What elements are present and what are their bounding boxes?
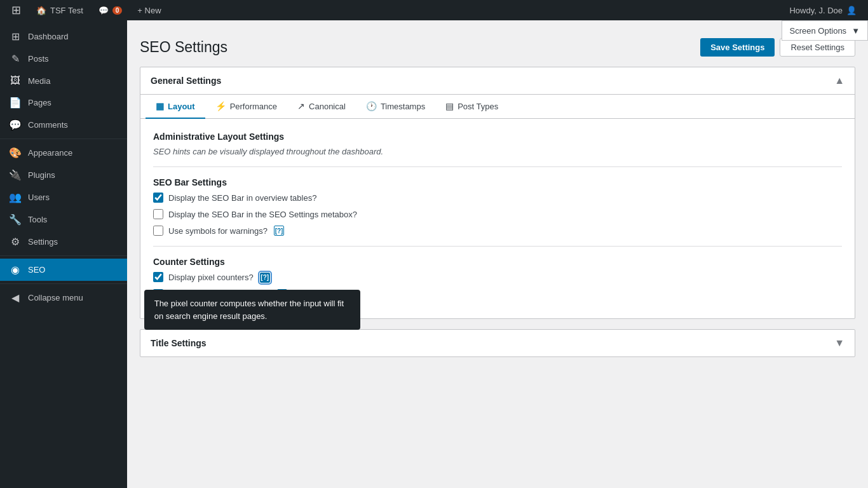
site-icon: 🏠 [36,6,46,15]
sidebar-item-dashboard[interactable]: ⊞ Dashboard [0,25,127,48]
media-icon: 🖼 [9,75,22,86]
comments-icon: 💬 [98,6,109,15]
sidebar-item-users[interactable]: 👥 Users [0,186,127,208]
checkbox-row-overview: Display the SEO Bar in overview tables? [153,193,842,203]
seo-icon: ◉ [9,264,22,276]
tab-performance[interactable]: ⚡ Performance [205,95,287,119]
page-title: SEO Settings [140,39,227,56]
checkbox-metabox[interactable] [153,209,163,219]
users-icon: 👥 [9,191,22,203]
new-label: + New [137,6,161,15]
sidebar-item-settings[interactable]: ⚙ Settings [0,231,127,253]
character-help-link[interactable]: [?] [277,289,287,299]
user-info[interactable]: Howdy, J. Doe 👤 [783,0,863,20]
plugins-icon: 🔌 [9,169,22,181]
appearance-icon: 🎨 [9,147,22,159]
sidebar-item-label: Media [28,76,50,86]
sidebar-item-media[interactable]: 🖼 Media [0,70,127,92]
sidebar-item-pages[interactable]: 📄 Pages [0,92,127,114]
checkbox-character[interactable] [153,289,163,299]
title-settings-header[interactable]: Title Settings ▼ [140,330,855,356]
menu-divider [0,139,127,139]
save-settings-button[interactable]: Save Settings [700,38,775,57]
sidebar-item-plugins[interactable]: 🔌 Plugins [0,164,127,186]
sidebar-item-label: Appearance [28,148,72,158]
checkbox-row-character: Display character counters? [?] [153,289,842,299]
tab-timestamps-label: Timestamps [381,102,425,111]
tools-icon: 🔧 [9,214,22,226]
checkbox-row-pixel: Display pixel counters? [?] The pixel co… [153,272,842,283]
tab-post-types[interactable]: ▤ Post Types [435,95,508,119]
checkbox-metabox-label: Display the SEO Bar in the SEO Settings … [168,210,357,219]
settings-icon: ⚙ [9,236,22,248]
sidebar-item-comments[interactable]: 💬 Comments [0,114,127,136]
tab-performance-label: Performance [230,102,277,111]
user-label: Howdy, J. Doe [789,6,843,15]
wp-logo-button[interactable]: ⊞ [5,0,27,20]
pixel-help-link[interactable]: [?] [260,273,270,283]
symbols-help-link[interactable]: [?] [274,226,284,236]
pixel-help-wrapper: [?] The pixel counter computes whether t… [259,272,270,283]
dashboard-icon: ⊞ [9,30,22,43]
new-content-button[interactable]: + New [131,0,167,20]
wp-logo-icon: ⊞ [11,3,21,17]
screen-options-button[interactable]: Screen Options ▼ [782,20,868,41]
performance-tab-icon: ⚡ [215,101,226,111]
checkbox-row-symbols: Use symbols for warnings? [?] [153,226,842,236]
sidebar-item-label: Comments [28,120,68,130]
tab-canonical[interactable]: ↗ Canonical [287,95,356,119]
sidebar-collapse-button[interactable]: ◀ Collapse menu [0,287,127,309]
checkbox-overview-label: Display the SEO Bar in overview tables? [168,193,316,203]
tab-layout-label: Layout [168,102,195,111]
page-header: SEO Settings Save Settings Reset Setting… [140,38,855,57]
canonical-tab-icon: ↗ [297,101,305,111]
seo-bar-title: SEO Bar Settings [153,177,842,187]
checkbox-symbols[interactable] [153,226,163,236]
admin-bar: ⊞ 🏠 TSF Test 💬 0 + New Howdy, J. Doe 👤 [0,0,868,20]
pages-icon: 📄 [9,97,22,109]
general-settings-box: General Settings ▲ ▦ Layout ⚡ Performanc… [140,67,855,319]
user-avatar-icon: 👤 [846,6,857,15]
checkbox-pixel-label: Display pixel counters? [168,273,254,282]
sidebar: ⊞ Dashboard ✎ Posts 🖼 Media 📄 Pages 💬 Co… [0,20,127,488]
sidebar-item-label: Dashboard [28,32,69,41]
page-actions: Save Settings Reset Settings [700,38,855,57]
sidebar-item-label: Users [28,193,50,202]
checkbox-pixel[interactable] [153,272,163,282]
sidebar-item-posts[interactable]: ✎ Posts [0,48,127,70]
sidebar-item-seo[interactable]: ◉ SEO [0,259,127,281]
site-name-button[interactable]: 🏠 TSF Test [30,0,90,20]
tab-layout[interactable]: ▦ Layout [146,95,205,119]
section-divider-1 [153,166,842,167]
layout-tab-icon: ▦ [156,101,164,111]
admin-layout-title: Administrative Layout Settings [153,132,842,142]
menu-divider-3 [0,283,127,284]
collapse-toggle-icon: ▲ [834,75,844,86]
admin-layout-desc: SEO hints can be visually displayed thro… [153,147,842,156]
comments-sidebar-icon: 💬 [9,119,22,131]
layout-tab-content: Administrative Layout Settings SEO hints… [140,119,855,318]
section-divider-2 [153,246,842,247]
sidebar-item-label: SEO [28,265,45,274]
sidebar-item-label: Settings [28,237,58,247]
posts-icon: ✎ [9,53,22,65]
general-settings-header[interactable]: General Settings ▲ [140,67,855,95]
sidebar-item-label: Pages [28,98,51,107]
general-settings-title: General Settings [151,76,221,86]
collapse-icon: ◀ [9,292,22,304]
counter-settings-title: Counter Settings [153,257,842,267]
sidebar-item-tools[interactable]: 🔧 Tools [0,208,127,231]
screen-options-chevron-icon: ▼ [851,26,860,36]
checkbox-row-metabox: Display the SEO Bar in the SEO Settings … [153,209,842,219]
sidebar-item-label: Posts [28,54,49,64]
settings-tabs: ▦ Layout ⚡ Performance ↗ Canonical 🕐 Tim… [140,95,855,119]
menu-divider-2 [0,255,127,256]
screen-options-label: Screen Options [790,26,847,36]
sidebar-item-appearance[interactable]: 🎨 Appearance [0,142,127,164]
reset-settings-button[interactable]: Reset Settings [780,38,855,57]
checkbox-overview[interactable] [153,193,163,203]
title-settings-box: Title Settings ▼ [140,329,855,357]
checkbox-character-label: Display character counters? [168,289,271,299]
tab-timestamps[interactable]: 🕐 Timestamps [356,95,435,119]
comments-button[interactable]: 💬 0 [92,0,129,20]
